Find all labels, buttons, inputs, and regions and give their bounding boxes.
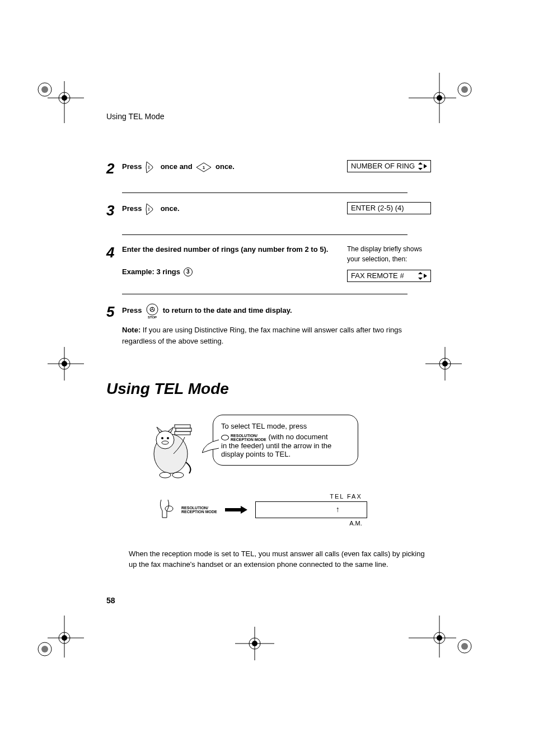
page-number: 58 xyxy=(106,596,115,605)
step-number: 5 xyxy=(106,303,122,319)
mascot-illustration xyxy=(140,415,202,482)
text: once and xyxy=(161,162,193,171)
svg-marker-39 xyxy=(418,168,423,170)
svg-point-54 xyxy=(167,437,169,439)
divider xyxy=(122,234,407,235)
hand-pressing-button-icon xyxy=(157,499,174,521)
svg-marker-38 xyxy=(418,162,423,165)
note-body: If you are using Distinctive Ring, the f… xyxy=(122,326,402,345)
callout: To select TEL mode, press RESOLUTION/REC… xyxy=(140,415,431,482)
regmark-bot-right xyxy=(409,616,476,666)
text: (with no document xyxy=(268,433,327,441)
text: Press xyxy=(122,306,142,314)
step-number: 3 xyxy=(106,202,122,218)
lcd-display: TEL FAX ↑ A.M. xyxy=(255,501,367,518)
lcd-display: NUMBER OF RING xyxy=(347,160,431,172)
resolution-mode-button-label: RESOLUTION/RECEPTION MODE xyxy=(181,506,217,514)
side-text: The display briefly shows your selection… xyxy=(347,244,431,264)
stop-button-icon: STOP xyxy=(145,303,160,319)
callout-line1: To select TEL mode, press xyxy=(221,422,350,430)
step-3: 3 Press once. ENTER (2-5) (4) xyxy=(106,202,431,218)
side-annotation: The display briefly shows your selection… xyxy=(347,244,431,282)
display-text: FAX REMOTE # xyxy=(351,270,404,281)
note: Note: If you are using Distinctive Ring,… xyxy=(122,325,431,346)
mode-selection-diagram: RESOLUTION/RECEPTION MODE TEL FAX ↑ A.M. xyxy=(157,499,431,521)
step-4: 4 Enter the desired number of rings (any… xyxy=(106,244,431,277)
up-down-right-arrows-icon xyxy=(418,272,427,280)
lcd-top-labels: TEL FAX xyxy=(330,493,362,500)
step-number: 2 xyxy=(106,160,122,176)
svg-point-59 xyxy=(160,472,171,478)
note-label: Note: xyxy=(122,326,140,334)
svg-marker-40 xyxy=(424,164,427,168)
example-label: Example: 3 rings xyxy=(122,267,180,276)
speech-bubble: To select TEL mode, press RESOLUTION/REC… xyxy=(213,415,358,466)
svg-marker-44 xyxy=(424,274,427,278)
keypad-3-icon: 3 xyxy=(184,267,193,276)
page-content: Using TEL Mode 2 Press once and 1 once. … xyxy=(106,112,431,570)
svg-point-35 xyxy=(461,643,468,650)
lcd-bottom-label: A.M. xyxy=(349,520,362,527)
step-5: 5 Press STOP to return to the date and t… xyxy=(106,303,431,346)
text: once. xyxy=(216,162,235,171)
svg-point-21 xyxy=(41,646,48,652)
text: in the feeder) until the arrow in the di… xyxy=(221,442,350,458)
regmark-top-left xyxy=(34,73,84,123)
step-2: 2 Press once and 1 once. NUMBER OF RING xyxy=(106,160,431,176)
step-number: 4 xyxy=(106,244,122,260)
text: Press xyxy=(122,162,142,171)
right-arrow-icon xyxy=(225,504,247,516)
svg-point-52 xyxy=(156,431,174,449)
lcd-display: FAX REMOTE # xyxy=(347,270,431,282)
lcd-tel-arrow-icon: ↑ xyxy=(336,505,340,514)
svg-point-1 xyxy=(41,86,48,93)
body-paragraph: When the reception mode is set to TEL, y… xyxy=(129,549,431,570)
resolution-mode-button-icon: RESOLUTION/RECEPTION MODE xyxy=(221,434,266,442)
divider xyxy=(122,294,407,294)
svg-point-53 xyxy=(161,437,163,439)
right-arrow-key-icon xyxy=(145,202,157,217)
display-text: ENTER (2-5) (4) xyxy=(351,203,404,214)
svg-point-60 xyxy=(172,472,184,478)
regmark-mid-left xyxy=(34,347,84,381)
up-down-right-arrows-icon xyxy=(418,162,427,170)
regmark-bot-mid xyxy=(229,627,280,660)
svg-text:STOP: STOP xyxy=(148,316,157,319)
down-diamond-key-icon: 1 xyxy=(195,162,212,173)
divider xyxy=(122,192,407,193)
svg-rect-57 xyxy=(176,428,191,431)
svg-point-11 xyxy=(461,86,468,93)
svg-point-61 xyxy=(165,506,173,511)
svg-marker-42 xyxy=(418,272,423,274)
instruction-text: Enter the desired number of rings (any n… xyxy=(122,244,341,255)
text: once. xyxy=(161,204,180,213)
svg-point-55 xyxy=(162,441,168,444)
display-text: NUMBER OF RING xyxy=(351,161,415,172)
svg-marker-43 xyxy=(418,278,423,280)
svg-marker-62 xyxy=(225,506,247,514)
regmark-mid-right xyxy=(425,347,476,381)
svg-rect-58 xyxy=(175,425,190,428)
text: Press xyxy=(122,204,142,213)
right-arrow-key-icon xyxy=(145,160,157,175)
lcd-display: ENTER (2-5) (4) xyxy=(347,202,431,214)
section-title: Using TEL Mode xyxy=(106,380,431,398)
regmark-bot-left xyxy=(34,616,84,666)
running-head: Using TEL Mode xyxy=(106,112,431,121)
svg-rect-56 xyxy=(175,431,190,435)
text: to return to the date and time display. xyxy=(163,306,292,314)
svg-text:1: 1 xyxy=(203,165,205,170)
